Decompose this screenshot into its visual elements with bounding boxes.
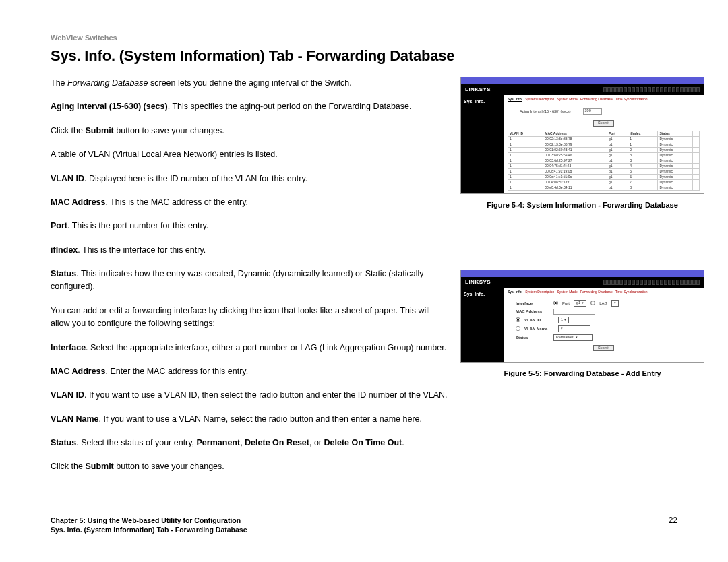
table-cell: Dynamic (658, 174, 692, 179)
table-cell: 00:e0:4d:3e:34:11 (543, 185, 607, 190)
text: . This indicates how the entry was creat… (51, 269, 423, 291)
tab-sys-info: Sys. Info. (508, 290, 522, 294)
table-cell (692, 152, 699, 158)
figure-5-4: LINKSYS Sys. Info. Sys. Info. Syste (460, 77, 704, 209)
table-cell: g1 (607, 179, 628, 185)
tab: Time Synchronization (615, 290, 648, 294)
table-cell: 00:04:75:d1:4f:43 (543, 163, 607, 168)
text-bold: Port (51, 221, 67, 230)
table-cell: 00:0c:41:91:19:08 (543, 168, 607, 174)
table-cell: 1 (628, 136, 658, 142)
table-cell: 1 (508, 179, 543, 185)
table-cell: 1 (628, 142, 658, 147)
screenshot-forwarding-db: LINKSYS Sys. Info. Sys. Info. Syste (460, 77, 704, 194)
table-cell: 1 (508, 174, 543, 179)
text: , or (309, 438, 324, 447)
table-row: 100:04:75:d1:4f:43g14Dynamic (508, 163, 700, 168)
table-cell: 00:0e:08:c0:13:f1 (543, 179, 607, 185)
table-cell: 3 (628, 158, 658, 163)
table-cell (692, 174, 699, 179)
table-cell: Dynamic (658, 142, 692, 147)
label-vlan-name: VLAN Name (524, 327, 554, 331)
tab: System Mode (557, 98, 578, 102)
text: A table of VLAN (Virtual Local Area Netw… (51, 148, 448, 161)
table-cell: 00:02:13:3e:88:78 (543, 136, 607, 142)
label-vlan-id: VLAN ID (524, 318, 554, 322)
footer-chapter: Chapter 5: Using the Web-based Utility f… (51, 516, 247, 526)
text: . If you want to use a VLAN ID, then sel… (84, 390, 448, 400)
text-bold: MAC Address (51, 367, 106, 376)
table-cell (692, 136, 699, 142)
table-cell: Dynamic (658, 163, 692, 168)
table-cell: 2 (628, 147, 658, 152)
text: The (51, 78, 67, 88)
figure-caption: Figure 5-4: System Information - Forward… (460, 201, 704, 209)
table-row: 100:02:13:3e:88:79g11Dynamic (508, 142, 700, 147)
table-cell: 00:03:6d:25:6e:4d (543, 152, 607, 158)
text-bold: VLAN Name (51, 414, 99, 424)
table-cell: g1 (607, 163, 628, 168)
tab: Forwarding Database (580, 290, 613, 294)
text-bold: MAC Address (51, 197, 106, 207)
submit-button: Submit (593, 120, 614, 127)
table-header: ifIndex (628, 131, 658, 136)
text: . Enter the MAC address for this entry. (106, 367, 249, 376)
table-cell: Dynamic (658, 185, 692, 190)
table-cell: Dynamic (658, 158, 692, 163)
tab: System Mode (557, 290, 578, 294)
table-cell: 1 (508, 158, 543, 163)
table-cell (692, 185, 699, 190)
figure-5-5: LINKSYS Sys. Info. Sys. Info. Syste (460, 270, 704, 377)
aging-input: 300 (583, 108, 602, 115)
aging-label: Aging Interval (15 - 630) (secs) (520, 110, 571, 114)
text: . This is the MAC address of the entry. (106, 197, 248, 207)
text: screen lets you define the aging interva… (148, 78, 352, 88)
text-italic: Forwarding Database (67, 78, 148, 88)
table-row: 100:0c:41:91:19:08g15Dynamic (508, 168, 700, 174)
text: . This is the port number for this entry… (67, 221, 208, 230)
text: . Displayed here is the ID number of the… (84, 174, 307, 183)
text-bold: Delete On Time Out (324, 438, 402, 447)
tab: System Description (525, 98, 554, 102)
table-cell: 1 (508, 142, 543, 147)
main-text-column: The Forwarding Database screen lets you … (51, 77, 448, 485)
text: button to save your changes. (114, 462, 224, 471)
logo: LINKSYS (465, 87, 491, 92)
page-title: Sys. Info. (System Information) Tab - Fo… (51, 47, 677, 65)
text-bold: Status (51, 269, 76, 278)
table-row: 100:02:13:3e:88:78g11Dynamic (508, 136, 700, 142)
vlan-name-select (558, 325, 590, 332)
nav-sys-info: Sys. Info. (461, 288, 504, 362)
page-footer: Chapter 5: Using the Web-based Utility f… (51, 516, 677, 535)
table-cell: Dynamic (658, 168, 692, 174)
table-cell: g1 (607, 152, 628, 158)
text: You can add or edit a forwarding interfa… (51, 305, 448, 331)
radio-vlan-id (516, 317, 520, 322)
table-cell: 1 (508, 147, 543, 152)
status-select: Permanent (553, 334, 593, 341)
table-cell (692, 179, 699, 185)
text: . This specifies the aging-out period on… (168, 102, 412, 111)
table-cell: g1 (607, 185, 628, 190)
port-select: g1 (574, 300, 586, 307)
table-cell: 1 (508, 163, 543, 168)
table-cell: 5 (628, 168, 658, 174)
tab-bar: Sys. Info. System Description System Mod… (508, 98, 700, 102)
table-header: Status (658, 131, 692, 136)
radio-vlan-name (516, 326, 520, 331)
table-cell (692, 142, 699, 147)
text-bold: Aging Interval (15-630) (secs) (51, 102, 168, 111)
logo: LINKSYS (465, 280, 491, 285)
text-bold: VLAN ID (51, 390, 84, 400)
text: LAG (599, 301, 607, 305)
table-cell: 00:01:02:50:43:41 (543, 147, 607, 152)
table-cell: g1 (607, 136, 628, 142)
table-cell: Dynamic (658, 147, 692, 152)
table-row: 100:03:6d:25:6e:4dg13Dynamic (508, 152, 700, 158)
table-cell: g1 (607, 147, 628, 152)
table-row: 100:01:02:50:43:41g12Dynamic (508, 147, 700, 152)
table-header (692, 131, 699, 136)
table-cell: g1 (607, 174, 628, 179)
tab-sys-info: Sys. Info. (508, 98, 522, 102)
text: Click the (51, 126, 85, 135)
